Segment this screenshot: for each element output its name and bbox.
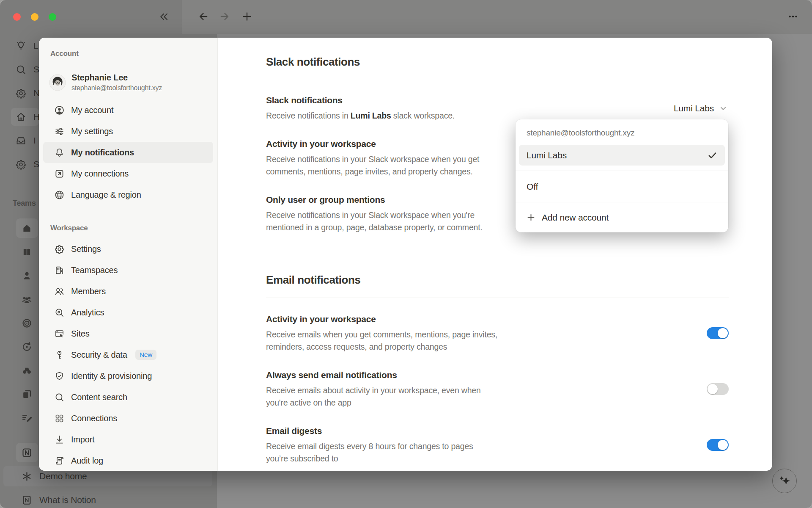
close-button[interactable] xyxy=(13,13,21,21)
settings-modal: Account Stephanie Lee stephanie@toolsfor… xyxy=(39,38,772,471)
settings-nav-my-notifications[interactable]: My notifications xyxy=(43,142,213,163)
settings-nav-label: Analytics xyxy=(71,308,104,318)
settings-sidebar: Account Stephanie Lee stephanie@toolsfor… xyxy=(39,38,218,471)
email-section-heading: Email notifications xyxy=(266,273,729,287)
settings-nav-my-connections[interactable]: My connections xyxy=(43,163,213,184)
settings-nav-label: Audit log xyxy=(71,456,103,466)
setting-description: Receive notifications in your Slack work… xyxy=(266,209,483,234)
setting-row: Activity in your workspaceReceive emails… xyxy=(266,313,729,353)
plus-icon xyxy=(526,212,536,223)
setting-row: Always send email notificationsReceive e… xyxy=(266,369,729,409)
setting-description: Receive emails when you get comments, me… xyxy=(266,329,497,353)
people-icon xyxy=(54,286,65,297)
setting-description: Receive emails about activity in your wo… xyxy=(266,384,481,409)
settings-nav-label: Sites xyxy=(71,329,89,339)
settings-nav-content-search[interactable]: Content search xyxy=(43,387,213,408)
scroll-icon xyxy=(54,456,65,466)
settings-nav-settings[interactable]: Settings xyxy=(43,238,213,260)
settings-nav-identity-provisioning[interactable]: Identity & provisioning xyxy=(43,365,213,387)
user-name: Stephanie Lee xyxy=(71,72,162,83)
settings-nav-label: Language & region xyxy=(71,190,141,200)
setting-title: Activity in your workspace xyxy=(266,313,497,325)
import-icon xyxy=(54,434,65,445)
avatar xyxy=(49,74,66,91)
settings-nav-label: Settings xyxy=(71,244,101,254)
user-account-row[interactable]: Stephanie Lee stephanie@toolsforthought.… xyxy=(49,71,211,94)
setting-description: Receive notifications in Lumi Labs slack… xyxy=(266,110,455,122)
settings-nav-analytics[interactable]: Analytics xyxy=(43,302,213,323)
settings-nav-teamspaces[interactable]: Teamspaces xyxy=(43,260,213,281)
settings-nav-connections[interactable]: Connections xyxy=(43,408,213,429)
settings-nav-label: My connections xyxy=(71,169,129,179)
workspace-select-value: Lumi Labs xyxy=(674,103,714,113)
add-new-account-label: Add new account xyxy=(542,213,609,223)
account-menu: My accountMy settingsMy notificationsMy … xyxy=(39,99,217,205)
sliders-icon xyxy=(54,126,65,137)
toggle-on[interactable] xyxy=(707,439,729,451)
dropdown-options: Lumi LabsOff xyxy=(516,145,728,202)
toggle-knob xyxy=(708,384,718,394)
arrow-up-right-box-icon xyxy=(54,168,65,179)
settings-nav-audit-log[interactable]: Audit log xyxy=(43,450,213,471)
settings-nav-label: Connections xyxy=(71,414,117,423)
check-icon xyxy=(707,149,718,161)
add-new-account-option[interactable]: Add new account xyxy=(516,202,728,232)
setting-text: Activity in your workspaceReceive emails… xyxy=(266,313,497,353)
settings-nav-my-account[interactable]: My account xyxy=(43,99,213,121)
settings-nav-language-region[interactable]: Language & region xyxy=(43,184,213,205)
settings-nav-label: Security & data xyxy=(71,350,127,360)
browser-cursor-icon xyxy=(54,329,65,339)
settings-nav-import[interactable]: Import xyxy=(43,429,213,450)
setting-title: Always send email notifications xyxy=(266,369,481,381)
settings-nav-my-settings[interactable]: My settings xyxy=(43,121,213,142)
setting-title: Email digests xyxy=(266,425,473,437)
workspace-select-trigger[interactable]: Lumi Labs xyxy=(674,103,729,113)
user-identity: Stephanie Lee stephanie@toolsforthought.… xyxy=(71,72,162,93)
toggle-knob xyxy=(718,440,728,450)
toggle-off[interactable] xyxy=(707,383,729,395)
screen: LSNHIS Teams Demo homeWhat is Notion Acc… xyxy=(0,0,812,508)
zoom-button[interactable] xyxy=(49,13,56,21)
setting-text: Email digestsReceive email digests every… xyxy=(266,425,473,465)
dropdown-account-email: stephanie@toolsforthought.xyz xyxy=(516,124,728,141)
setting-text: Always send email notificationsReceive e… xyxy=(266,369,481,409)
divider xyxy=(266,79,729,79)
window-controls xyxy=(13,13,56,21)
shield-check-icon xyxy=(54,371,65,381)
minimize-button[interactable] xyxy=(31,13,38,21)
settings-nav-security-data[interactable]: Security & dataNew xyxy=(43,344,213,365)
new-badge: New xyxy=(135,350,156,360)
settings-nav-sites[interactable]: Sites xyxy=(43,323,213,344)
setting-description: Receive email digests every 8 hours for … xyxy=(266,440,473,465)
globe-icon xyxy=(54,190,65,200)
building-icon xyxy=(54,265,65,276)
toggle-on[interactable] xyxy=(707,327,729,339)
settings-nav-label: Import xyxy=(71,435,94,444)
key-icon xyxy=(54,350,65,360)
setting-text: Slack notificationsReceive notifications… xyxy=(266,94,455,122)
person-circle-icon xyxy=(54,105,65,116)
setting-title: Only user or group mentions xyxy=(266,194,483,206)
settings-content: Slack notifications Slack notificationsR… xyxy=(218,38,772,471)
setting-title: Activity in your workspace xyxy=(266,138,479,150)
app-window: LSNHIS Teams Demo homeWhat is Notion Acc… xyxy=(0,0,812,508)
account-section-label: Account xyxy=(50,49,217,59)
slack-workspace-dropdown: stephanie@toolsforthought.xyz Lumi LabsO… xyxy=(516,119,728,232)
setting-text: Only user or group mentionsReceive notif… xyxy=(266,194,483,234)
settings-nav-label: My settings xyxy=(71,127,113,136)
user-email: stephanie@toolsforthought.xyz xyxy=(71,83,162,93)
dropdown-option-selected[interactable]: Lumi Labs xyxy=(519,145,725,166)
setting-text: Activity in your workspaceReceive notifi… xyxy=(266,138,479,178)
gear-icon xyxy=(54,244,65,254)
dropdown-option[interactable]: Off xyxy=(516,171,728,202)
divider xyxy=(266,298,729,298)
analytics-icon xyxy=(54,307,65,318)
dropdown-option-label: Lumi Labs xyxy=(527,150,567,160)
settings-nav-label: My notifications xyxy=(71,148,134,157)
workspace-menu: SettingsTeamspacesMembersAnalyticsSitesS… xyxy=(39,238,217,471)
setting-title: Slack notifications xyxy=(266,94,455,106)
settings-nav-label: Teamspaces xyxy=(71,265,118,275)
grid-icon xyxy=(54,413,65,424)
settings-nav-members[interactable]: Members xyxy=(43,281,213,302)
email-settings-list: Activity in your workspaceReceive emails… xyxy=(266,313,729,465)
